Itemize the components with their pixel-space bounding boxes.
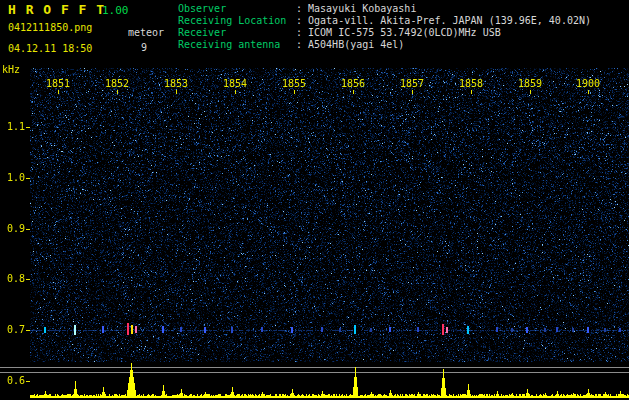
receiver-value: ICOM IC-575 53.7492(0LCD)MHz USB — [308, 27, 501, 38]
y-tick-label: 1.0 — [7, 172, 25, 183]
x-tick-mark — [588, 90, 589, 94]
x-tick-label: 1855 — [281, 78, 307, 89]
antenna-value: A504HB(yagi 4el) — [308, 39, 404, 50]
y-tick-mark — [26, 229, 30, 230]
x-tick-mark — [471, 90, 472, 94]
colon-separator: : — [296, 27, 302, 38]
meteor-mode-label: meteor — [128, 27, 164, 38]
x-tick-label: 1858 — [458, 78, 484, 89]
x-tick-label: 1856 — [340, 78, 366, 89]
location-label: Receiving Location — [178, 15, 296, 27]
receiver-label: Receiver — [178, 27, 296, 39]
meteor-count: 9 — [141, 42, 147, 53]
x-tick-mark — [530, 90, 531, 94]
x-tick-label: 1900 — [575, 78, 601, 89]
x-tick-mark — [294, 90, 295, 94]
y-tick-mark — [26, 178, 30, 179]
x-tick-label: 1853 — [163, 78, 189, 89]
y-tick-label: 0.6 — [7, 375, 25, 386]
spectrogram-canvas — [0, 65, 629, 400]
info-row-receiver: Receiver:ICOM IC-575 53.7492(0LCD)MHz US… — [178, 27, 591, 39]
x-tick-label: 1857 — [399, 78, 425, 89]
x-tick-label: 1852 — [104, 78, 130, 89]
y-tick-label: 0.9 — [7, 223, 25, 234]
x-tick-mark — [412, 90, 413, 94]
station-info-block: Observer:Masayuki Kobayashi Receiving Lo… — [178, 3, 591, 51]
antenna-label: Receiving antenna — [178, 39, 296, 51]
yaxis-unit-label: kHz — [2, 64, 20, 75]
x-tick-label: 1854 — [222, 78, 248, 89]
y-tick-label: 0.8 — [7, 273, 25, 284]
observer-label: Observer — [178, 3, 296, 15]
y-tick-mark — [26, 381, 30, 382]
location-value: Ogata-vill. Akita-Pref. JAPAN (139.96E, … — [308, 15, 591, 26]
y-tick-mark — [26, 279, 30, 280]
x-tick-mark — [58, 90, 59, 94]
app-title: H R O F F T — [8, 2, 105, 17]
x-tick-mark — [176, 90, 177, 94]
x-tick-mark — [353, 90, 354, 94]
observer-value: Masayuki Kobayashi — [308, 3, 416, 14]
info-row-location: Receiving Location:Ogata-vill. Akita-Pre… — [178, 15, 591, 27]
colon-separator: : — [296, 15, 302, 26]
x-tick-label: 1851 — [45, 78, 71, 89]
y-tick-label: 1.1 — [7, 121, 25, 132]
info-row-observer: Observer:Masayuki Kobayashi — [178, 3, 591, 15]
colon-separator: : — [296, 39, 302, 50]
y-tick-mark — [26, 127, 30, 128]
x-tick-mark — [235, 90, 236, 94]
x-tick-mark — [117, 90, 118, 94]
output-filename: 0412111850.png — [8, 22, 92, 33]
hrofft-window: H R O F F T 1.00 0412111850.png meteor 0… — [0, 0, 629, 400]
y-tick-mark — [26, 330, 30, 331]
colon-separator: : — [296, 3, 302, 14]
x-tick-label: 1859 — [517, 78, 543, 89]
record-datetime: 04.12.11 18:50 — [8, 43, 92, 54]
info-row-antenna: Receiving antenna:A504HB(yagi 4el) — [178, 39, 591, 51]
app-version: 1.00 — [102, 4, 129, 17]
y-tick-label: 0.7 — [7, 324, 25, 335]
